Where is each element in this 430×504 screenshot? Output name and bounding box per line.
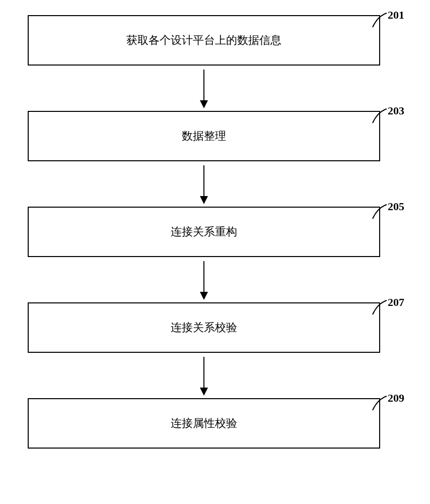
flowchart-container: 201 获取各个设计平台上的数据信息 203 数据整理 205 连接关系重构 2… — [28, 15, 410, 449]
leader-line-icon — [372, 395, 389, 413]
step-text: 连接关系重构 — [171, 224, 237, 239]
leader-line-icon — [372, 204, 389, 221]
step-text: 连接关系校验 — [171, 320, 237, 335]
step-text: 数据整理 — [182, 129, 226, 144]
arrow-container — [28, 257, 380, 302]
leader-line-icon — [372, 299, 389, 317]
flowchart-step-2: 203 数据整理 — [28, 111, 380, 161]
flowchart-step-5: 209 连接属性校验 — [28, 398, 380, 449]
step-label: 209 — [388, 392, 404, 405]
leader-line-icon — [372, 108, 389, 125]
arrow-down-icon — [203, 165, 204, 203]
arrow-container — [28, 161, 380, 207]
arrow-down-icon — [203, 261, 204, 299]
step-label: 205 — [388, 200, 404, 213]
arrow-container — [28, 353, 380, 398]
arrow-down-icon — [203, 70, 204, 107]
flowchart-step-1: 201 获取各个设计平台上的数据信息 — [28, 15, 380, 66]
leader-line-icon — [372, 12, 389, 30]
step-label: 201 — [388, 9, 404, 22]
flowchart-step-4: 207 连接关系校验 — [28, 302, 380, 353]
flowchart-step-3: 205 连接关系重构 — [28, 207, 380, 257]
arrow-down-icon — [203, 357, 204, 395]
step-text: 获取各个设计平台上的数据信息 — [126, 33, 281, 48]
step-text: 连接属性校验 — [171, 416, 237, 431]
step-label: 207 — [388, 296, 404, 309]
step-label: 203 — [388, 104, 404, 117]
arrow-container — [28, 66, 380, 111]
